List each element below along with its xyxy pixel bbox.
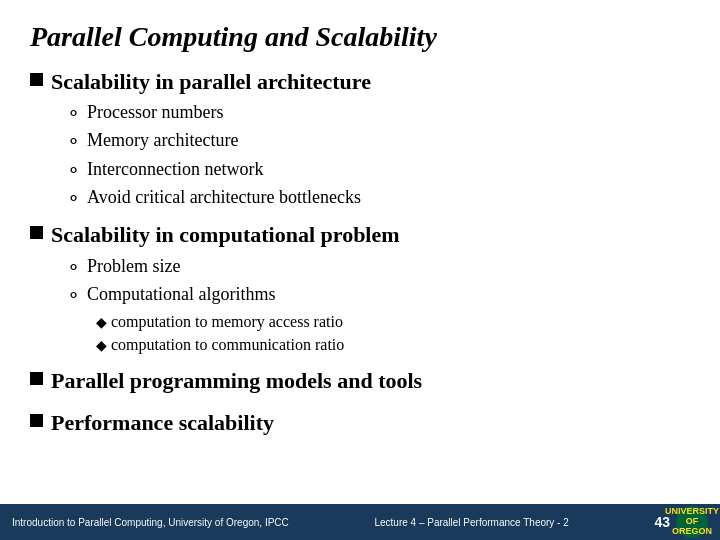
sub-list-2: ⚬ Problem size ⚬ Computational algorithm…	[66, 254, 690, 357]
bullet-label-4: Performance scalability	[51, 409, 274, 438]
sub-item-1-1: ⚬ Processor numbers	[66, 100, 690, 126]
bullet-square-2	[30, 226, 43, 239]
bullet-square-1	[30, 73, 43, 86]
diamond-icon-2: ◆	[96, 336, 107, 356]
sub-item-2-1: ⚬ Problem size	[66, 254, 690, 280]
bullet-2: Scalability in computational problem ⚬ P…	[30, 221, 690, 357]
bullet-square-4	[30, 414, 43, 427]
sub-item-2-2: ⚬ Computational algorithms	[66, 282, 690, 308]
sub-item-1-2: ⚬ Memory architecture	[66, 128, 690, 154]
footer-left-text: Introduction to Parallel Computing, Univ…	[12, 517, 289, 528]
bullet-square-3	[30, 372, 43, 385]
sub-sub-item-1: ◆ computation to memory access ratio	[96, 311, 690, 333]
sub-item-1-4: ⚬ Avoid critical architecture bottleneck…	[66, 185, 690, 211]
sub-bullet-icon-2-1: ⚬	[66, 255, 81, 280]
slide-title: Parallel Computing and Scalability	[30, 20, 690, 54]
footer-bar: Introduction to Parallel Computing, Univ…	[0, 504, 720, 540]
sub-sub-item-2: ◆ computation to communication ratio	[96, 334, 690, 356]
sub-bullet-icon-1-4: ⚬	[66, 186, 81, 211]
slide: Parallel Computing and Scalability Scala…	[0, 0, 720, 540]
sub-list-1: ⚬ Processor numbers ⚬ Memory architectur…	[66, 100, 690, 211]
bullet-item-4: Performance scalability	[30, 409, 690, 438]
sub-bullet-icon-1-1: ⚬	[66, 101, 81, 126]
sub-bullet-icon-1-2: ⚬	[66, 129, 81, 154]
bullet-label-2: Scalability in computational problem	[51, 221, 400, 250]
sub-item-1-3: ⚬ Interconnection network	[66, 157, 690, 183]
bullet-item-1: Scalability in parallel architecture	[30, 68, 690, 97]
bullet-item-2: Scalability in computational problem	[30, 221, 690, 250]
bullet-label-1: Scalability in parallel architecture	[51, 68, 371, 97]
diamond-icon-1: ◆	[96, 313, 107, 333]
bullet-item-3: Parallel programming models and tools	[30, 367, 690, 396]
sub-bullet-icon-1-3: ⚬	[66, 158, 81, 183]
bullet-1: Scalability in parallel architecture ⚬ P…	[30, 68, 690, 211]
footer-right-area: 43 UNIVERSITYOF OREGON	[654, 506, 708, 538]
sub-bullet-icon-2-2: ⚬	[66, 283, 81, 308]
footer-center-text: Lecture 4 – Parallel Performance Theory …	[374, 517, 568, 528]
bullet-label-3: Parallel programming models and tools	[51, 367, 422, 396]
uo-logo: UNIVERSITYOF OREGON	[676, 506, 708, 538]
uo-logo-text: UNIVERSITYOF OREGON	[665, 507, 719, 537]
sub-sub-list: ◆ computation to memory access ratio ◆ c…	[96, 311, 690, 357]
content-area: Scalability in parallel architecture ⚬ P…	[30, 68, 690, 500]
